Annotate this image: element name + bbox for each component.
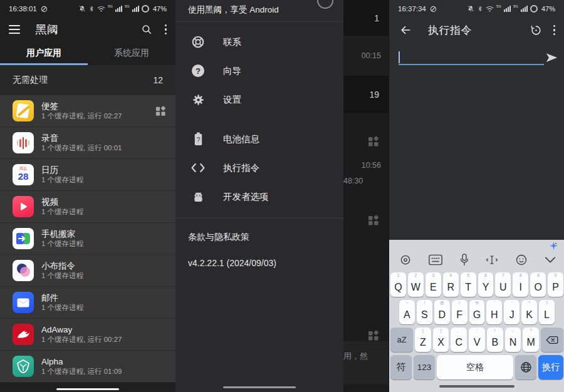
app-row-adaway[interactable]: AdAway 1 个缓存进程, 运行 00:27 — [0, 319, 175, 351]
command-input[interactable] — [399, 50, 544, 65]
battery-question-icon: ? — [191, 132, 206, 146]
app-row-video[interactable]: 视频 1 个缓存进程 — [0, 191, 175, 223]
keyboard-key[interactable]: 、 C — [451, 328, 467, 352]
app-status: 1 个缓存进程 — [41, 271, 167, 281]
video-icon — [13, 196, 34, 217]
app-status: 1 个缓存进程 — [41, 303, 167, 312]
ime-logo-icon — [550, 242, 558, 250]
overflow-menu-icon[interactable] — [164, 23, 169, 36]
keyboard-key[interactable]: ! S — [417, 300, 432, 324]
gesture-bar[interactable] — [223, 386, 296, 389]
globe-key[interactable] — [515, 355, 536, 379]
tab-user-apps[interactable]: 用户应用 — [0, 41, 88, 65]
shift-key[interactable]: aZ — [390, 328, 413, 352]
menu-item-developer-options[interactable]: 开发者选项 — [175, 182, 343, 211]
numbers-key[interactable]: 123 — [414, 355, 435, 379]
keyboard-key[interactable]: @ D — [434, 300, 450, 324]
app-row-alpha[interactable]: Alpha 1 个缓存进程, 运行 01:09 — [0, 351, 175, 383]
collapse-keyboard-icon[interactable] — [545, 256, 556, 264]
send-icon — [544, 51, 559, 64]
app-row-notes[interactable]: 便签 1 个缓存进程, 运行 02:27 — [0, 95, 175, 127]
overflow-menu-icon[interactable] — [552, 24, 557, 37]
keyboard-key[interactable]: % G — [469, 300, 485, 324]
menu-item-guide[interactable]: ? 向导 — [175, 56, 343, 85]
keyboard-key[interactable]: 4 R — [443, 272, 459, 297]
battery-ring-icon — [142, 5, 149, 13]
gesture-bar[interactable] — [56, 388, 119, 391]
widget-badge-icon — [367, 214, 380, 227]
search-icon[interactable] — [141, 24, 152, 35]
send-button[interactable] — [543, 50, 560, 65]
gesture-bar[interactable] — [439, 385, 514, 388]
keyboard-key[interactable]: * K — [521, 300, 537, 324]
globe-icon — [520, 361, 532, 373]
navigation-drawer: 使用黑阈，享受 Android 联系 ? 向导 设置 ? — [175, 0, 343, 392]
wifi-icon — [97, 6, 105, 13]
mic-icon[interactable] — [459, 254, 469, 266]
keyboard-key[interactable]: 0 P — [548, 272, 563, 297]
app-status: 1 个缓存进程, 运行 00:27 — [41, 335, 167, 344]
keyboard-key[interactable]: 6 Y — [478, 272, 494, 297]
keyboard-key[interactable]: ~ A — [399, 300, 415, 324]
text-cursor-icon[interactable] — [486, 254, 498, 266]
keyboard-key[interactable]: ; N — [505, 328, 521, 352]
history-icon[interactable] — [530, 24, 542, 36]
app-row-mail[interactable]: 邮件 1 个缓存进程 — [0, 287, 175, 319]
keyboard-key[interactable]: ' H — [486, 300, 502, 324]
space-key[interactable]: 空格 — [437, 355, 513, 379]
tab-system-apps[interactable]: 系统应用 — [88, 41, 175, 65]
keyboard-key[interactable]: 3 E — [426, 272, 441, 297]
app-row-calendar[interactable]: 周五 28 日历 1 个缓存进程 — [0, 159, 175, 191]
background-count: 19 — [369, 90, 389, 100]
recorder-icon — [13, 132, 34, 153]
notifications-off-icon — [78, 5, 86, 13]
keyboard-key[interactable]: 1 Q — [390, 272, 406, 297]
app-row-phone-clone[interactable]: 手机搬家 1 个缓存进程 — [0, 223, 175, 255]
app-row-breeno[interactable]: 小布指令 1 个缓存进程 — [0, 255, 175, 287]
menu-item-execute-command[interactable]: 执行指令 — [175, 153, 343, 182]
keyboard-key[interactable]: : V — [469, 328, 485, 352]
divider — [175, 218, 343, 219]
app-status: 1 个缓存进程 — [41, 239, 167, 249]
keyboard-key[interactable]: 5 T — [461, 272, 476, 297]
adaway-icon — [13, 324, 34, 345]
keyboard-key[interactable]: ) X — [433, 328, 449, 352]
app-name: 小布指令 — [41, 260, 167, 271]
keyboard-key[interactable]: 2 W — [408, 272, 424, 297]
keyboard-key[interactable]: / F — [452, 300, 467, 324]
breeno-icon — [13, 260, 34, 281]
section-header[interactable]: 无需处理 12 — [0, 65, 175, 95]
battery-percent: 47% — [153, 5, 167, 13]
code-brackets-icon — [191, 162, 206, 173]
symbols-key[interactable]: 符 — [390, 355, 412, 379]
input-underline — [399, 64, 544, 65]
keyboard-key[interactable]: ! B — [487, 328, 503, 352]
app-name: 日历 — [41, 165, 167, 175]
keyboard-key[interactable]: 7 U — [495, 272, 511, 297]
keyboard-key[interactable]: ' J — [504, 300, 520, 324]
backspace-key[interactable] — [541, 328, 563, 352]
terms-privacy-link[interactable]: 条款与隐私政策 — [188, 232, 343, 243]
key-row-4: 符 123 空格 换行 — [390, 355, 563, 379]
keyboard-key[interactable]: ? L — [539, 300, 555, 324]
enter-key[interactable]: 换行 — [538, 355, 563, 379]
status-bar-left: 16:38:01 5G 5G 47% — [0, 0, 175, 18]
menu-item-contact[interactable]: 联系 — [175, 28, 343, 56]
app-name: 便签 — [41, 101, 155, 111]
keyboard-key[interactable]: 9 O — [530, 272, 546, 297]
keyboard-key[interactable]: ? M — [523, 328, 539, 352]
menu-label: 向导 — [223, 65, 241, 77]
page-title: 执行指令 — [428, 23, 472, 38]
keyboard-key[interactable]: 8 I — [513, 272, 528, 297]
keyboard-key[interactable]: ( Z — [415, 328, 431, 352]
target-icon[interactable] — [399, 254, 412, 266]
emoji-icon[interactable] — [515, 254, 528, 266]
keyboard-icon[interactable] — [429, 254, 442, 266]
menu-item-battery-info[interactable]: ? 电池信息 — [175, 125, 343, 153]
back-arrow-icon[interactable] — [399, 24, 412, 36]
background-time: 48:30 — [343, 177, 363, 185]
menu-item-settings[interactable]: 设置 — [175, 85, 343, 114]
clock: 16:38:01 — [9, 5, 37, 13]
menu-hamburger-icon[interactable] — [9, 25, 20, 34]
app-row-recorder[interactable]: 录音 1 个缓存进程, 运行 00:01 — [0, 127, 175, 159]
